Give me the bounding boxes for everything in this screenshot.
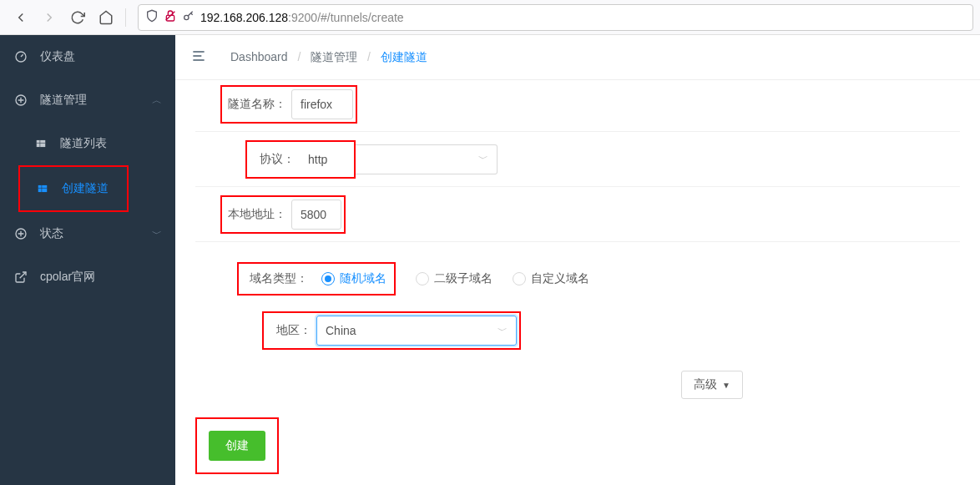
chevron-down-icon: ﹀	[152, 227, 162, 241]
radio-custom-domain[interactable]: 自定义域名	[513, 271, 589, 286]
radio-circle-icon	[321, 272, 335, 285]
sidebar-item-label: 创建隧道	[62, 181, 109, 196]
forward-button	[35, 3, 63, 32]
chevron-up-icon: ︿	[152, 93, 162, 108]
insecure-lock-icon[interactable]	[164, 9, 177, 25]
sidebar-item-label: cpolar官网	[40, 270, 95, 285]
url-text: 192.168.206.128:9200/#/tunnels/create	[200, 11, 404, 24]
form: 隧道名称： 协议： http ﹀	[175, 80, 980, 485]
content-header: Dashboard / 隧道管理 / 创建隧道	[175, 35, 980, 80]
circle-icon	[13, 93, 28, 108]
form-row-protocol: 协议： http ﹀	[195, 150, 960, 187]
highlight-box: 创建	[195, 417, 279, 474]
key-icon[interactable]	[182, 9, 195, 25]
sidebar-item-label: 状态	[40, 226, 63, 241]
gauge-icon	[13, 49, 28, 64]
advanced-button[interactable]: 高级 ▼	[681, 371, 743, 399]
radio-subdomain[interactable]: 二级子域名	[416, 271, 493, 286]
protocol-label: 协议：	[250, 152, 300, 167]
svg-point-2	[184, 15, 189, 19]
radio-circle-icon	[416, 272, 429, 285]
table-icon	[35, 181, 50, 196]
form-row-name: 隧道名称：	[195, 95, 960, 132]
browser-toolbar: 192.168.206.128:9200/#/tunnels/create	[0, 0, 980, 35]
protocol-value: http	[300, 144, 351, 174]
highlight-box: 隧道名称：	[220, 85, 357, 124]
protocol-select[interactable]: ﹀	[356, 144, 498, 174]
chevron-down-icon: ﹀	[478, 152, 488, 166]
sidebar-item-label: 隧道列表	[60, 136, 107, 151]
highlight-box: 地区： China ﹀	[262, 311, 521, 350]
sidebar: 仪表盘 隧道管理 ︿ 隧道列表 创建隧道	[0, 35, 175, 485]
form-row-domain-type: 域名类型： 随机域名 二级子域名 自定义域名	[195, 260, 960, 297]
svg-rect-7	[37, 140, 46, 147]
svg-line-4	[191, 13, 193, 15]
svg-line-14	[20, 272, 26, 278]
highlight-box: 本地地址：	[220, 195, 346, 234]
menu-toggle-icon[interactable]	[190, 48, 210, 68]
refresh-button[interactable]	[63, 3, 92, 32]
url-bar[interactable]: 192.168.206.128:9200/#/tunnels/create	[138, 4, 973, 31]
breadcrumb-sep: /	[367, 50, 371, 63]
radio-circle-icon	[513, 272, 526, 285]
highlight-box: 域名类型： 随机域名	[237, 262, 396, 296]
sidebar-item-label: 仪表盘	[40, 49, 75, 64]
breadcrumb-item-current: 创建隧道	[381, 50, 427, 63]
advanced-row: 高级 ▼	[195, 371, 960, 399]
region-select[interactable]: China ﹀	[316, 316, 517, 346]
svg-rect-10	[38, 185, 48, 192]
sidebar-item-tunnel-create[interactable]: 创建隧道	[20, 167, 127, 210]
home-button[interactable]	[92, 3, 120, 32]
form-row-region: 地区： China ﹀	[195, 312, 960, 349]
sidebar-item-tunnel-mgmt[interactable]: 隧道管理 ︿	[0, 78, 175, 122]
name-input[interactable]	[291, 89, 353, 119]
sidebar-item-label: 隧道管理	[40, 93, 87, 108]
radio-label: 自定义域名	[531, 271, 589, 286]
breadcrumb-item[interactable]: 隧道管理	[311, 50, 357, 63]
sidebar-item-status[interactable]: 状态 ﹀	[0, 212, 175, 255]
region-value: China	[326, 324, 356, 337]
external-link-icon	[13, 270, 28, 285]
tracking-shield-icon[interactable]	[145, 9, 159, 25]
content-area: Dashboard / 隧道管理 / 创建隧道 隧道名称：	[175, 35, 980, 485]
sidebar-item-dashboard[interactable]: 仪表盘	[0, 35, 175, 78]
breadcrumb: Dashboard / 隧道管理 / 创建隧道	[230, 50, 427, 65]
create-label: 创建	[225, 438, 249, 453]
circle-icon	[13, 226, 28, 241]
caret-down-icon: ▼	[722, 381, 730, 390]
advanced-label: 高级	[694, 377, 717, 392]
radio-label: 随机域名	[340, 271, 386, 286]
form-row-local-addr: 本地地址：	[195, 205, 960, 242]
create-button[interactable]: 创建	[209, 431, 265, 461]
toolbar-divider	[125, 8, 126, 27]
radio-random-domain[interactable]: 随机域名	[321, 271, 386, 286]
sidebar-item-tunnel-list[interactable]: 隧道列表	[0, 122, 175, 165]
back-button[interactable]	[7, 3, 35, 32]
highlight-box: 创建隧道	[18, 165, 129, 212]
breadcrumb-sep: /	[297, 50, 301, 63]
table-icon	[33, 136, 48, 151]
name-label: 隧道名称：	[225, 97, 291, 112]
local-addr-label: 本地地址：	[225, 207, 291, 222]
chevron-down-icon: ﹀	[498, 324, 508, 338]
sidebar-item-cpolar-site[interactable]: cpolar官网	[0, 255, 175, 299]
local-addr-input[interactable]	[291, 200, 341, 230]
breadcrumb-item[interactable]: Dashboard	[230, 50, 288, 63]
highlight-box: 协议： http	[245, 140, 356, 179]
domain-type-label: 域名类型：	[246, 271, 313, 286]
radio-label: 二级子域名	[434, 271, 493, 286]
region-label: 地区：	[266, 323, 316, 338]
